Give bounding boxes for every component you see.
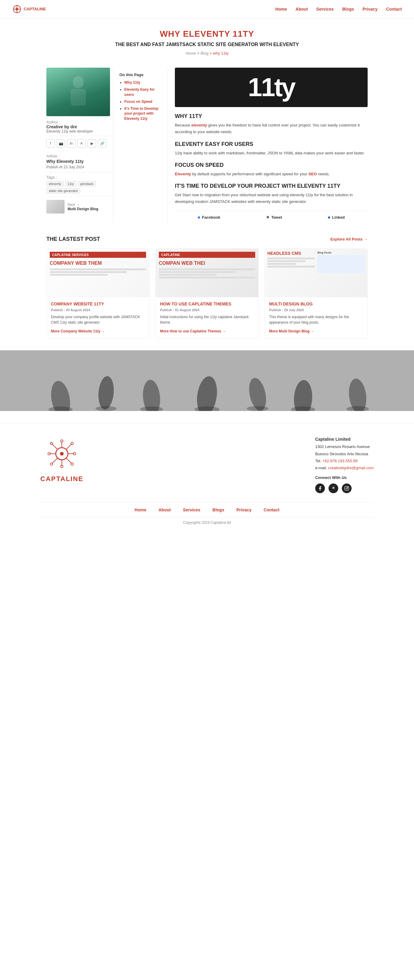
hero-subtitle: THE BEST AND FAST JAMSTSACK STATIC SITE … <box>6 41 408 48</box>
footer-nav-privacy[interactable]: Privacy <box>236 508 252 512</box>
footer-nav-blogs[interactable]: Blogs <box>213 508 224 512</box>
footer-tel-link[interactable]: +62.878.193.555.89 <box>322 458 358 463</box>
post-1-link[interactable]: More Company Website 11ty → <box>51 329 105 333</box>
toc-list: Why 11ty Eleventy Easy for users Focus o… <box>119 80 161 121</box>
svg-line-37 <box>52 458 57 463</box>
share-twitter[interactable]: ✕ Tweet <box>266 215 282 220</box>
footer-connect-label: Connect With Us <box>315 474 374 481</box>
banner-section <box>0 350 414 411</box>
section-body-2: 11ty have ability to work with markdown,… <box>175 150 368 156</box>
svg-line-31 <box>52 444 57 450</box>
footer-nav-services[interactable]: Services <box>183 508 200 512</box>
toc-link-4[interactable]: It's Time to Develop your project with E… <box>124 107 159 121</box>
toc-link-1[interactable]: Why 11ty <box>124 80 140 84</box>
post-2-link[interactable]: More How to use Caplatine Themes → <box>160 329 226 333</box>
twitter-icon: ✕ <box>266 215 270 220</box>
post-card-img-1: CAPLATINE SERVICES COMPANY WEB THEM <box>47 249 149 297</box>
nav-logo-text: CAPTALINE <box>24 7 46 11</box>
footer-instagram-icon[interactable] <box>342 484 352 493</box>
svg-point-36 <box>71 442 73 445</box>
social-facebook[interactable]: f <box>46 139 55 148</box>
toc-item-4: It's Time to Develop your project with E… <box>124 106 161 121</box>
left-sidebar: Author : Creative by dre Eleventy 11ty w… <box>46 68 113 224</box>
tags-label: Tags : <box>46 175 113 180</box>
social-youtube[interactable]: ▶ <box>87 139 96 148</box>
hero-title: WHY ELEVENTY 11TY <box>6 29 408 39</box>
post-card-3: HEADLESS CMS Blog Posts <box>265 248 368 338</box>
nav-logo[interactable]: CAPTALINE <box>12 4 46 14</box>
toc-link-2[interactable]: Eleventy Easy for users <box>124 88 155 97</box>
breadcrumb: Home > Blog > why 11ty <box>6 51 408 56</box>
tag-11ty[interactable]: 11ty <box>65 181 76 186</box>
section-heading-1: WHY 11TY <box>175 113 368 119</box>
footer-email: e-mail. creativebydre@gmail.com <box>315 465 374 471</box>
section-body-4: Get Start now to migration from your old… <box>175 192 368 205</box>
post-3-title: MULTI DESIGN BLOG <box>269 301 363 306</box>
social-linkedin[interactable]: in <box>67 139 76 148</box>
social-link[interactable]: 🔗 <box>98 139 106 148</box>
post-card-2: CAPLATINE COMPAN WEB THEI HOW TO USE CAP… <box>155 248 259 338</box>
footer-nav-contact[interactable]: Contact <box>264 508 279 512</box>
post-3-link[interactable]: More Multi Design Blog → <box>269 329 314 333</box>
footer-nav-about[interactable]: About <box>159 508 171 512</box>
banner-text: 11ty <box>248 73 295 102</box>
tag-eleventy[interactable]: eleventy <box>46 181 63 186</box>
footer-contact: Captaline Limited 1302 Lemesos Rosario A… <box>315 436 374 493</box>
footer-email-link[interactable]: creativebydre@gmail.com <box>328 466 374 470</box>
footer-company-name: Captaline Limited <box>315 436 374 443</box>
author-image <box>46 68 110 116</box>
post-2-title: HOW TO USE CAPLATINE THEMES <box>160 301 254 306</box>
footer-nav: Home About Services Blogs Privacy Contac… <box>40 502 374 517</box>
breadcrumb-home[interactable]: Home <box>186 51 196 56</box>
footer-nav-home[interactable]: Home <box>135 508 146 512</box>
share-facebook[interactable]: ■ Facebook <box>198 215 220 220</box>
next-title: Multi Design Blog <box>68 207 98 211</box>
author-info: Author : Creative by dre Eleventy 11ty w… <box>46 116 113 136</box>
section-heading-4: IT'S TIME TO DEVELOP YOUR PROJECT WITH E… <box>175 183 368 189</box>
tag-jamstack[interactable]: jamstack <box>78 181 96 186</box>
post-2-desc: Initial instructions for using the 11ty … <box>160 314 254 325</box>
latest-heading: THE LASTEST POST <box>46 236 100 242</box>
navbar: CAPTALINE Home About Services Blogs Priv… <box>0 0 414 18</box>
nav-home[interactable]: Home <box>275 7 287 11</box>
social-icons: f 📷 in ✕ ▶ 🔗 <box>46 139 113 148</box>
tags-section: Tags : eleventy 11ty jamstack static sit… <box>46 173 113 196</box>
nav-privacy[interactable]: Privacy <box>362 7 378 11</box>
footer-twitter-icon[interactable]: ✕ <box>328 484 338 493</box>
toc-link-3[interactable]: Focus on Speed <box>124 100 152 104</box>
posts-grid: CAPLATINE SERVICES COMPANY WEB THEM COMP… <box>46 248 368 338</box>
article-main: 11ty WHY 11TY Because eleventy gives you… <box>168 68 368 224</box>
toc-item-3: Focus on Speed <box>124 99 161 104</box>
article-section-4: IT'S TIME TO DEVELOP YOUR PROJECT WITH E… <box>175 183 368 205</box>
share-linkedin[interactable]: ■ Linked <box>328 215 345 220</box>
footer-facebook-icon[interactable] <box>315 484 325 493</box>
footer-top: CAPTALINE Captaline Limited 1302 Lemesos… <box>40 436 374 493</box>
share-bar: ■ Facebook ✕ Tweet ■ Linked <box>175 210 368 224</box>
post-3-date: Publish : 29 July 2024 <box>269 308 363 312</box>
latest-header: THE LASTEST POST Explore All Posts → <box>46 236 368 242</box>
footer-logo-area: CAPTALINE <box>40 436 83 483</box>
facebook-icon: ■ <box>198 215 200 220</box>
svg-line-35 <box>66 444 71 450</box>
social-instagram[interactable]: 📷 <box>57 139 65 148</box>
nav-about[interactable]: About <box>295 7 308 11</box>
breadcrumb-current: why 11ty <box>213 51 228 56</box>
nav-services[interactable]: Services <box>316 7 334 11</box>
article-banner: 11ty <box>175 68 368 107</box>
nav-blogs[interactable]: Blogs <box>342 7 354 11</box>
svg-point-41 <box>347 487 348 487</box>
footer: CAPTALINE Captaline Limited 1302 Lemesos… <box>0 423 414 534</box>
post-1-desc: Develop your company profile website wit… <box>51 314 145 325</box>
footer-copyright: Copyrights 2024 Captaline.ltd <box>40 517 374 528</box>
social-x[interactable]: ✕ <box>77 139 86 148</box>
toc-item-2: Eleventy Easy for users <box>124 87 161 97</box>
nav-contact[interactable]: Contact <box>386 7 402 11</box>
footer-logo-icon <box>44 436 80 472</box>
author-name: Creative by dre <box>46 124 113 129</box>
tag-static-generator[interactable]: static site generator <box>46 188 80 194</box>
breadcrumb-blog[interactable]: Blog <box>201 51 208 56</box>
explore-link[interactable]: Explore All Posts → <box>330 237 368 242</box>
post-1-date: Publish : 03 August 2024 <box>51 308 145 312</box>
next-post-thumb <box>46 200 65 213</box>
svg-point-32 <box>50 442 53 445</box>
